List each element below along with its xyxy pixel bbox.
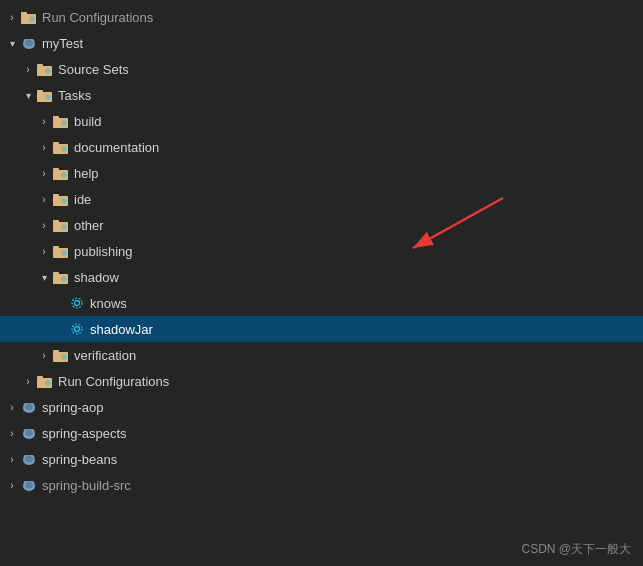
svg-rect-50 <box>53 352 68 362</box>
tree-item-spring-aop[interactable]: spring-aop <box>0 394 643 420</box>
tree-item-shadowjar[interactable]: shadowJar <box>0 316 643 342</box>
tree-item-other[interactable]: other <box>0 212 643 238</box>
chevron-icon[interactable] <box>4 454 20 465</box>
svg-rect-38 <box>53 248 68 258</box>
svg-rect-19 <box>53 116 59 119</box>
folder-gear-icon <box>52 138 70 156</box>
gear-icon <box>68 320 86 338</box>
gear-icon <box>68 294 86 312</box>
item-label: shadow <box>74 270 119 285</box>
folder-gear-icon <box>52 346 70 364</box>
item-label: spring-build-src <box>42 478 131 493</box>
svg-rect-15 <box>37 90 43 93</box>
watermark: CSDN @天下一般大 <box>521 541 631 558</box>
svg-rect-23 <box>53 142 59 145</box>
svg-rect-2 <box>21 14 36 24</box>
svg-rect-10 <box>37 66 52 76</box>
folder-gear-icon <box>52 268 70 286</box>
svg-rect-34 <box>53 222 68 232</box>
item-label: spring-beans <box>42 452 117 467</box>
chevron-icon[interactable] <box>20 376 36 387</box>
folder-gear-icon <box>52 216 70 234</box>
svg-point-48 <box>75 327 80 332</box>
folder-gear-icon <box>36 60 54 78</box>
tree-item-spring-build-src[interactable]: spring-build-src <box>0 472 643 498</box>
chevron-icon[interactable] <box>36 116 52 127</box>
item-label: Run Configurations <box>58 374 169 389</box>
tree-item-documentation[interactable]: documentation <box>0 134 643 160</box>
folder-gear-icon <box>36 372 54 390</box>
item-label: Source Sets <box>58 62 129 77</box>
tree-item-ide[interactable]: ide <box>0 186 643 212</box>
svg-rect-55 <box>37 376 43 379</box>
tree-list: Run Configurations myTest Source Sets <box>0 4 643 498</box>
tree-container: Run Configurations myTest Source Sets <box>0 0 643 566</box>
folder-gear-icon <box>36 86 54 104</box>
item-label: knows <box>90 296 127 311</box>
svg-point-9 <box>25 40 33 47</box>
svg-point-73 <box>25 482 33 489</box>
runner-icon <box>20 476 38 494</box>
svg-point-49 <box>72 324 82 334</box>
runner-icon <box>20 450 38 468</box>
svg-rect-27 <box>53 168 59 171</box>
svg-point-61 <box>25 404 33 411</box>
tree-item-shadow[interactable]: shadow <box>0 264 643 290</box>
item-label: verification <box>74 348 136 363</box>
tree-item-help[interactable]: help <box>0 160 643 186</box>
tree-item-tasks[interactable]: Tasks <box>0 82 643 108</box>
folder-gear-icon <box>52 164 70 182</box>
svg-rect-3 <box>21 12 27 15</box>
svg-point-47 <box>72 298 82 308</box>
svg-rect-22 <box>53 144 68 154</box>
item-label: ide <box>74 192 91 207</box>
svg-rect-11 <box>37 64 43 67</box>
svg-rect-30 <box>53 196 68 206</box>
chevron-icon[interactable] <box>4 480 20 491</box>
svg-rect-39 <box>53 246 59 249</box>
svg-rect-51 <box>53 350 59 353</box>
chevron-icon[interactable] <box>20 90 36 101</box>
folder-gear-icon <box>52 190 70 208</box>
tree-item-build[interactable]: build <box>0 108 643 134</box>
chevron-icon[interactable] <box>4 38 20 49</box>
item-label: spring-aspects <box>42 426 127 441</box>
tree-item-spring-aspects[interactable]: spring-aspects <box>0 420 643 446</box>
svg-rect-35 <box>53 220 59 223</box>
chevron-icon[interactable] <box>4 428 20 439</box>
tree-item-verification[interactable]: verification <box>0 342 643 368</box>
item-label: help <box>74 166 99 181</box>
item-label: other <box>74 218 104 233</box>
tree-item-source-sets[interactable]: Source Sets <box>0 56 643 82</box>
item-label: spring-aop <box>42 400 103 415</box>
tree-item-run-config[interactable]: Run Configurations <box>0 368 643 394</box>
runner-icon <box>20 424 38 442</box>
svg-rect-54 <box>37 378 52 388</box>
item-label: Tasks <box>58 88 91 103</box>
chevron-icon[interactable] <box>36 142 52 153</box>
chevron-icon[interactable] <box>36 168 52 179</box>
svg-rect-26 <box>53 170 68 180</box>
tree-item-publishing[interactable]: publishing <box>0 238 643 264</box>
item-label: Run Configurations <box>42 10 153 25</box>
svg-point-46 <box>75 301 80 306</box>
folder-gear-icon <box>52 242 70 260</box>
chevron-icon[interactable] <box>36 350 52 361</box>
item-label: shadowJar <box>90 322 153 337</box>
chevron-icon[interactable] <box>20 64 36 75</box>
tree-item-knows[interactable]: knows <box>0 290 643 316</box>
svg-rect-31 <box>53 194 59 197</box>
folder-gear-icon <box>52 112 70 130</box>
chevron-icon[interactable] <box>36 246 52 257</box>
tree-item-run-config-top[interactable]: Run Configurations <box>0 4 643 30</box>
svg-rect-14 <box>37 92 52 102</box>
chevron-icon[interactable] <box>36 220 52 231</box>
tree-item-mytest[interactable]: myTest <box>0 30 643 56</box>
svg-point-69 <box>25 456 33 463</box>
chevron-icon[interactable] <box>36 272 52 283</box>
chevron-icon[interactable] <box>4 402 20 413</box>
chevron-icon[interactable] <box>36 194 52 205</box>
chevron-icon[interactable] <box>4 12 20 23</box>
svg-rect-43 <box>53 272 59 275</box>
tree-item-spring-beans[interactable]: spring-beans <box>0 446 643 472</box>
